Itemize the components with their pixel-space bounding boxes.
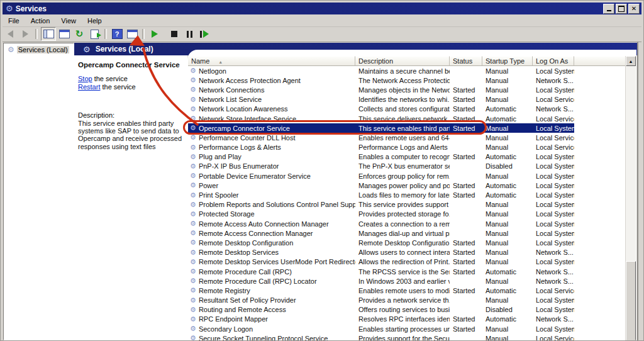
menu-help[interactable]: Help bbox=[82, 16, 108, 26]
table-row[interactable]: ⚙Remote Procedure Call (RPC) Locator In … bbox=[188, 276, 626, 286]
list-header: Name▲ Description Status Startup Type Lo… bbox=[188, 56, 626, 66]
service-status: Started bbox=[450, 258, 482, 266]
pause-service-button[interactable] bbox=[182, 28, 196, 40]
show-window-button[interactable] bbox=[125, 28, 139, 40]
stop-service-button[interactable] bbox=[167, 28, 181, 40]
table-row[interactable]: ⚙Network Store Interface Service This se… bbox=[188, 114, 626, 123]
toolbar-separator bbox=[35, 29, 38, 39]
service-name: Network Store Interface Service bbox=[199, 115, 296, 123]
vertical-scrollbar[interactable]: ▲ bbox=[625, 56, 636, 340]
column-header-name[interactable]: Name▲ bbox=[188, 56, 355, 66]
help-button[interactable]: ? bbox=[110, 28, 124, 40]
tree-item-services-local[interactable]: ⚙ Services (Local) bbox=[5, 45, 72, 54]
service-description: This service delivers network ... bbox=[355, 115, 450, 123]
forward-button[interactable] bbox=[18, 28, 32, 40]
start-service-button[interactable] bbox=[148, 28, 162, 40]
service-name: Problem Reports and Solutions Control Pa… bbox=[199, 201, 355, 208]
menu-file[interactable]: File bbox=[3, 16, 25, 26]
stop-service-link[interactable]: Stop bbox=[78, 75, 92, 82]
toolbar: ↻ ? bbox=[3, 26, 641, 42]
service-startup-type: Manual bbox=[482, 67, 533, 75]
service-status: Started bbox=[450, 191, 482, 199]
close-button[interactable]: ✕ bbox=[628, 4, 640, 14]
show-console-tree-button[interactable] bbox=[41, 27, 56, 41]
service-log-on-as: Network S... bbox=[533, 249, 574, 256]
service-description: This service enables third part... bbox=[355, 125, 450, 132]
table-row[interactable]: ⚙Performance Counter DLL Host Enables re… bbox=[188, 133, 626, 142]
toolbar-separator bbox=[142, 29, 145, 39]
table-row[interactable]: ⚙Portable Device Enumerator Service Enfo… bbox=[188, 171, 626, 181]
table-row[interactable]: ⚙Remote Access Auto Connection Manager C… bbox=[188, 219, 626, 228]
service-gear-icon: ⚙ bbox=[190, 154, 196, 160]
table-row[interactable]: ⚙Secure Socket Tunneling Protocol Servic… bbox=[188, 333, 626, 340]
table-row[interactable]: ⚙Power Manages power policy and po... St… bbox=[188, 181, 626, 190]
properties-button[interactable] bbox=[57, 28, 71, 40]
service-description: Provides a network service th... bbox=[355, 296, 450, 304]
service-startup-type: Manual bbox=[482, 143, 533, 151]
service-log-on-as: Network S... bbox=[533, 277, 574, 285]
column-header-status[interactable]: Status bbox=[450, 56, 482, 66]
export-list-button[interactable] bbox=[87, 28, 101, 40]
back-icon bbox=[8, 30, 13, 38]
table-row[interactable]: ⚙Plug and Play Enables a computer to rec… bbox=[188, 152, 626, 162]
table-row[interactable]: ⚙RPC Endpoint Mapper Resolves RPC interf… bbox=[188, 315, 626, 324]
service-name: Remote Registry bbox=[199, 287, 250, 294]
restart-service-button[interactable] bbox=[197, 28, 211, 40]
table-row[interactable]: ⚙Routing and Remote Access Offers routin… bbox=[188, 305, 626, 315]
table-row[interactable]: ⚙Netlogon Maintains a secure channel be.… bbox=[188, 66, 626, 75]
start-service-icon bbox=[152, 30, 158, 38]
service-description: Provides protected storage fo... bbox=[355, 210, 450, 218]
table-row[interactable]: ⚙Network Connections Manages objects in … bbox=[188, 85, 626, 94]
service-description: Provides support for the Secu... bbox=[355, 335, 450, 340]
minimize-button[interactable] bbox=[603, 4, 614, 14]
column-header-startup-type[interactable]: Startup Type bbox=[482, 56, 533, 66]
service-log-on-as: Local Service bbox=[533, 134, 574, 142]
column-header-log-on-as[interactable]: Log On As bbox=[533, 56, 574, 66]
table-row[interactable]: ⚙Remote Desktop Services UserMode Port R… bbox=[188, 257, 626, 267]
menu-view[interactable]: View bbox=[55, 16, 82, 26]
service-description: Allows users to connect intera... bbox=[355, 249, 450, 256]
scrollbar-thumb[interactable] bbox=[626, 261, 636, 340]
maximize-button[interactable] bbox=[616, 4, 627, 14]
column-header-description[interactable]: Description bbox=[355, 56, 450, 66]
service-status: Started bbox=[450, 325, 482, 333]
table-row[interactable]: ⚙Problem Reports and Solutions Control P… bbox=[188, 200, 626, 210]
restart-service-link[interactable]: Restart bbox=[78, 83, 100, 91]
table-row[interactable]: ⚙Remote Access Connection Manager Manage… bbox=[188, 228, 626, 238]
table-row[interactable]: ⚙Network List Service Identifies the net… bbox=[188, 95, 626, 104]
service-status: Started bbox=[450, 86, 482, 94]
refresh-button[interactable]: ↻ bbox=[72, 28, 86, 40]
table-row[interactable]: ⚙Resultant Set of Policy Provider Provid… bbox=[188, 296, 626, 305]
stop-service-icon bbox=[171, 31, 177, 37]
service-status: Started bbox=[450, 287, 482, 294]
service-gear-icon: ⚙ bbox=[190, 144, 196, 151]
table-row[interactable]: ⚙Network Access Protection Agent The Net… bbox=[188, 75, 626, 85]
table-row[interactable]: ⚙Remote Desktop Services Allows users to… bbox=[188, 248, 626, 257]
table-row[interactable]: ⚙Opercamp Connector Service This service… bbox=[188, 123, 574, 133]
table-row[interactable]: ⚙Remote Registry Enables remote users to… bbox=[188, 286, 626, 295]
service-gear-icon: ⚙ bbox=[190, 259, 196, 266]
selected-service-title: Opercamp Connector Service bbox=[78, 61, 180, 69]
service-description: Allows the redirection of Print... bbox=[355, 258, 450, 266]
table-row[interactable]: ⚙Remote Procedure Call (RPC) The RPCSS s… bbox=[188, 267, 626, 276]
service-status: Started bbox=[450, 315, 482, 323]
table-row[interactable]: ⚙Print Spooler Loads files to memory for… bbox=[188, 190, 626, 199]
table-row[interactable]: ⚙Network Location Awareness Collects and… bbox=[188, 104, 626, 114]
services-gear-icon: ⚙ bbox=[83, 45, 91, 54]
service-startup-type: Manual bbox=[482, 201, 533, 208]
scroll-up-button[interactable]: ▲ bbox=[626, 56, 636, 66]
menu-action[interactable]: Action bbox=[25, 16, 56, 26]
table-row[interactable]: ⚙PnP-X IP Bus Enumerator The PnP-X bus e… bbox=[188, 162, 626, 171]
service-log-on-as: Local System bbox=[533, 220, 574, 228]
service-log-on-as: Network S... bbox=[533, 77, 574, 84]
service-gear-icon: ⚙ bbox=[190, 220, 196, 227]
table-row[interactable]: ⚙Secondary Logon Enables starting proces… bbox=[188, 324, 626, 333]
service-status: Started bbox=[450, 125, 482, 132]
service-log-on-as: Local System bbox=[533, 325, 574, 333]
back-button[interactable] bbox=[3, 28, 17, 40]
table-row[interactable]: ⚙Remote Desktop Configuration Remote Des… bbox=[188, 238, 626, 247]
service-log-on-as: Local System bbox=[533, 125, 574, 132]
close-icon: ✕ bbox=[631, 6, 636, 12]
table-row[interactable]: ⚙Performance Logs & Alerts Performance L… bbox=[188, 143, 626, 152]
table-row[interactable]: ⚙Protected Storage Provides protected st… bbox=[188, 210, 626, 219]
